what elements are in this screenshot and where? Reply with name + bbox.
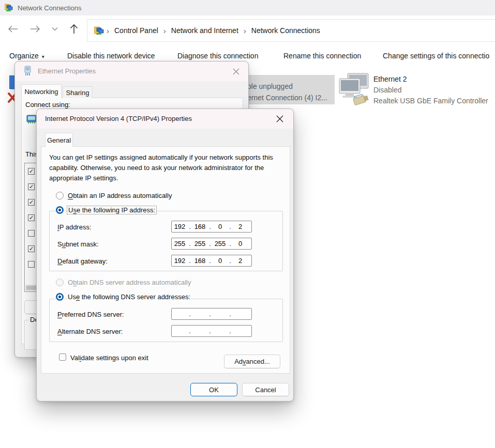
radio-use-dns[interactable]: Use the following DNS server addresses:: [56, 293, 191, 301]
default-gateway-input[interactable]: 192.168.0.2: [171, 255, 252, 267]
checkbox-checked-icon[interactable]: ✓: [28, 214, 35, 221]
connection2-status: Disabled: [373, 86, 401, 94]
dropdown-caret-icon: ▾: [42, 54, 44, 59]
radio-obtain-ip[interactable]: Obtain an IP address automatically: [56, 192, 173, 199]
tab-general[interactable]: General: [45, 133, 73, 147]
recent-locations-chevron-icon[interactable]: [47, 21, 63, 37]
validate-checkbox-label[interactable]: Validate settings upon exit: [70, 354, 148, 362]
up-button[interactable]: [66, 21, 82, 37]
chevron-right-icon: ›: [104, 26, 111, 35]
radio-selected-icon[interactable]: [56, 293, 64, 301]
command-toolbar: Organize▾ Disable this network device Di…: [0, 43, 495, 61]
subnet-mask-label: Subnet mask:: [57, 240, 99, 248]
checkbox-unchecked-icon[interactable]: [28, 261, 35, 268]
network-adapter-icon: [338, 72, 370, 106]
default-gateway-label: Default gateway:: [57, 257, 108, 265]
ipv4-dialog-titlebar[interactable]: Internet Protocol Version 4 (TCP/IPv4) P…: [37, 109, 293, 129]
close-icon[interactable]: [230, 66, 242, 77]
checkbox-checked-icon[interactable]: ✓: [28, 183, 35, 190]
back-button[interactable]: [5, 21, 21, 37]
radio-obtain-dns: Obtain DNS server address automatically: [56, 279, 192, 286]
network-connections-window: Network Connections › Control: [0, 0, 495, 448]
diagnose-connection-button[interactable]: Diagnose this connection: [177, 52, 258, 60]
subnet-mask-input[interactable]: 255.255.255.0: [171, 238, 252, 250]
connect-using-label: Connect using:: [25, 101, 70, 109]
preferred-dns-input[interactable]: ...: [171, 308, 252, 320]
alternate-dns-label: Alternate DNS server:: [57, 328, 123, 335]
navigation-bar: › Control Panel › Network and Internet ›…: [0, 16, 495, 43]
organize-button[interactable]: Organize▾: [9, 52, 44, 60]
ok-button[interactable]: OK: [190, 383, 237, 396]
connection1-device-fragment: ernet Connection (4) I2...: [247, 94, 327, 102]
checkbox-checked-icon[interactable]: ✓: [28, 245, 35, 252]
radio-selected-icon[interactable]: [56, 206, 64, 214]
advanced-button[interactable]: Advanced...: [224, 354, 280, 368]
disable-device-button[interactable]: Disable this network device: [67, 52, 155, 60]
ipv4-properties-dialog: Internet Protocol Version 4 (TCP/IPv4) P…: [36, 109, 294, 401]
address-folder-icon: [94, 26, 104, 35]
ip-address-label: IP address:: [57, 223, 92, 231]
radio-use-ip[interactable]: Use the following IP address:: [56, 206, 157, 214]
preferred-dns-label: Preferred DNS server:: [57, 311, 124, 318]
checkbox-unchecked-icon[interactable]: [28, 230, 35, 237]
ethernet-plug-icon: [24, 66, 32, 76]
ethernet-dialog-title: Ethernet Properties: [38, 67, 96, 75]
change-settings-button[interactable]: Change settings of this connectio: [383, 52, 489, 60]
breadcrumb-network-connections[interactable]: Network Connections: [248, 24, 323, 37]
connection2-name: Ethernet 2: [373, 75, 407, 83]
radio-disabled-icon: [56, 279, 64, 286]
ipv4-intro-text: You can get IP settings assigned automat…: [49, 152, 286, 183]
close-icon[interactable]: [274, 113, 286, 125]
checkbox-checked-icon[interactable]: ✓: [28, 168, 35, 175]
window-titlebar: Network Connections: [0, 0, 495, 16]
validate-checkbox[interactable]: [59, 353, 66, 361]
breadcrumb-network-and-internet[interactable]: Network and Internet: [168, 24, 242, 37]
ethernet-dialog-titlebar[interactable]: Ethernet Properties: [15, 61, 248, 81]
tab-sharing[interactable]: Sharing: [63, 86, 93, 98]
connection1-status-fragment: ble unplugged: [247, 82, 293, 90]
cancel-button[interactable]: Cancel: [242, 383, 289, 396]
ip-address-input[interactable]: 192.168.0.2: [171, 221, 252, 233]
radio-icon[interactable]: [56, 192, 64, 199]
tab-networking[interactable]: Networking: [21, 84, 62, 98]
alternate-dns-input[interactable]: ...: [171, 325, 252, 337]
network-connections-icon: [5, 4, 13, 12]
chevron-right-icon: ›: [161, 26, 168, 35]
checkbox-checked-icon[interactable]: ✓: [28, 199, 35, 206]
connection-item-ethernet2[interactable]: Ethernet 2 Disabled Realtek USB GbE Fami…: [335, 71, 495, 107]
chevron-right-icon: ›: [242, 26, 248, 35]
forward-button[interactable]: [27, 21, 43, 37]
window-title: Network Connections: [18, 4, 82, 12]
adapter-chip-icon: [26, 113, 37, 125]
ipv4-dialog-title: Internet Protocol Version 4 (TCP/IPv4) P…: [45, 115, 192, 122]
address-bar[interactable]: › Control Panel › Network and Internet ›…: [87, 19, 495, 42]
breadcrumb-control-panel[interactable]: Control Panel: [111, 24, 161, 37]
rename-connection-button[interactable]: Rename this connection: [283, 52, 361, 60]
connection2-device: Realtek USB GbE Family Controller: [373, 97, 488, 105]
